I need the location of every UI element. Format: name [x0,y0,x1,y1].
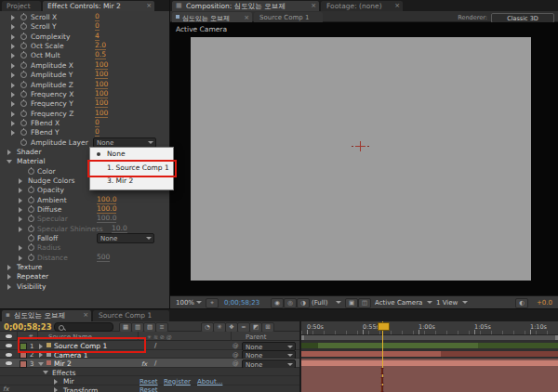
tab-effect-controls[interactable]: Effect Controls: Mir 2 × [43,1,154,11]
viewer-tab-active[interactable]: 심도있는 오브제 × [172,12,252,22]
stopwatch-icon[interactable] [20,33,27,40]
stopwatch-icon[interactable] [20,43,27,49]
param-value[interactable]: 100 [95,99,108,108]
effect-reset-link[interactable]: Reset [140,378,158,385]
layer-bar-camera-1[interactable] [301,351,558,357]
viewer-tab-inactive[interactable]: Source Comp 1 [254,12,323,22]
twirl-icon[interactable] [11,72,15,78]
param-row-frequency-y[interactable]: Frequency Y100 [0,98,169,108]
tab-footage[interactable]: Footage: (none) × [321,1,403,11]
view-menu-button[interactable]: Active Camera [375,299,422,307]
dropdown-item-none[interactable]: None [107,150,126,158]
region-of-interest-icon[interactable]: ▣ [345,298,358,308]
layer-bar-mir-2[interactable] [301,360,558,366]
twirl-icon[interactable] [19,227,22,232]
exposure-value[interactable]: +0.0 [537,299,552,307]
stopwatch-icon[interactable] [28,187,34,193]
close-icon[interactable]: × [394,1,400,11]
param-row-oct-mult[interactable]: Oct Mult0.5 [0,50,169,59]
param-row-fbend-y[interactable]: FBend Y0 [0,127,169,137]
stopwatch-icon[interactable] [28,216,34,222]
work-area-bar[interactable] [301,335,558,340]
param-row-distance[interactable]: Distance500 [0,253,169,262]
stopwatch-icon[interactable] [28,206,34,213]
stopwatch-icon[interactable] [20,23,27,30]
group-row-texture[interactable]: Texture [0,262,169,271]
twirl-icon[interactable] [11,24,15,30]
tab-composition[interactable]: Composition: 심도있는 오브제 ▦ × [172,1,319,11]
twirl-open-icon[interactable] [7,160,12,163]
keyframe-ibeam-marker[interactable]: I [380,385,384,392]
video-eye-icon[interactable] [6,353,12,357]
twirl-icon[interactable] [7,265,11,270]
twirl-icon[interactable] [11,53,15,59]
twirl-icon[interactable] [7,274,11,280]
layer-row-mir-2[interactable]: 3 Mir 2 fx / @ None [0,359,299,368]
twirl-icon[interactable] [11,44,15,49]
quality-switch-icon[interactable]: / [154,342,156,349]
param-value[interactable]: 100 [95,81,108,89]
twirl-icon[interactable] [19,188,22,193]
stopwatch-icon[interactable] [20,14,27,20]
param-value[interactable]: 100 [95,61,108,70]
stopwatch-icon[interactable] [28,168,34,175]
param-row-specular-shininess[interactable]: Specular Shininess10.0 [0,224,169,233]
twirl-icon[interactable] [7,284,11,290]
composition-canvas[interactable] [191,37,531,281]
stopwatch-icon[interactable] [20,52,27,59]
param-row-diffuse[interactable]: Diffuse100.0 [0,204,169,214]
transform-reset-link[interactable]: Reset [140,386,158,392]
stopwatch-icon[interactable] [20,139,27,146]
stopwatch-icon[interactable] [20,120,27,126]
param-value[interactable]: 100 [95,110,108,118]
property-row-transform[interactable]: Transform Reset [0,385,299,392]
stopwatch-icon[interactable] [20,91,27,98]
parent-pickwhip-icon[interactable]: @ [232,351,239,359]
param-value[interactable]: 100.0 [97,196,116,204]
twirl-icon[interactable] [54,379,58,385]
twirl-icon[interactable] [19,255,22,261]
property-row-effects[interactable]: Effects [0,368,299,377]
parent-pickwhip-icon[interactable]: @ [232,359,239,367]
renderer-button[interactable]: Classic 3D [491,13,554,23]
param-row-frequency-x[interactable]: Frequency X100 [0,89,169,98]
param-row-falloff[interactable]: FalloffNone [0,233,169,242]
twirl-icon[interactable] [19,198,22,203]
twirl-icon[interactable] [11,63,15,69]
twirl-icon[interactable] [11,130,15,136]
close-icon[interactable]: × [83,310,88,320]
video-eye-icon[interactable] [6,361,12,365]
twirl-icon[interactable] [11,15,15,20]
layer-color-swatch[interactable] [20,360,27,368]
stopwatch-icon[interactable] [20,82,27,88]
param-row-amplitude-x[interactable]: Amplitude X100 [0,60,169,70]
quality-switch-icon[interactable]: / [154,359,156,367]
twirl-open-icon[interactable] [38,362,44,366]
property-label[interactable]: Transform [63,386,98,392]
parent-pickwhip-icon[interactable]: @ [232,342,239,349]
twirl-icon[interactable] [11,92,15,98]
viewer-timecode[interactable]: 0;00;58;23 [224,299,259,307]
param-row-radius[interactable]: Radius [0,242,169,252]
twirl-icon[interactable] [19,216,22,222]
time-ruler[interactable]: 0:50s 0:55s 1:00s 1:05s 1:10s [301,321,558,335]
effect-register-link[interactable]: Register [164,378,191,385]
param-row-specular[interactable]: Specular100.0 [0,214,169,223]
channels-icon[interactable]: ◑ [297,298,310,308]
close-icon[interactable]: × [146,1,152,11]
resolution-menu-button[interactable]: (Full) [312,299,327,307]
exposure-icon[interactable]: ◐ [515,298,528,308]
stopwatch-icon[interactable] [20,100,27,107]
search-input[interactable] [54,322,113,332]
current-time-indicator-handle[interactable] [378,322,390,331]
keyframe-ibeam-marker[interactable]: I [380,368,384,376]
snapshot-icon[interactable]: ◉ [271,298,284,308]
zoom-menu-button[interactable]: 100% [176,299,194,307]
param-value[interactable]: 100 [95,71,108,79]
tab-project[interactable]: Project [2,1,41,11]
param-value[interactable]: 4 [95,33,100,41]
stopwatch-icon[interactable] [28,197,34,203]
twirl-icon[interactable] [54,387,58,392]
twirl-icon[interactable] [11,83,15,88]
dropdown-item-mir-2[interactable]: 3. Mir 2 [107,176,133,185]
